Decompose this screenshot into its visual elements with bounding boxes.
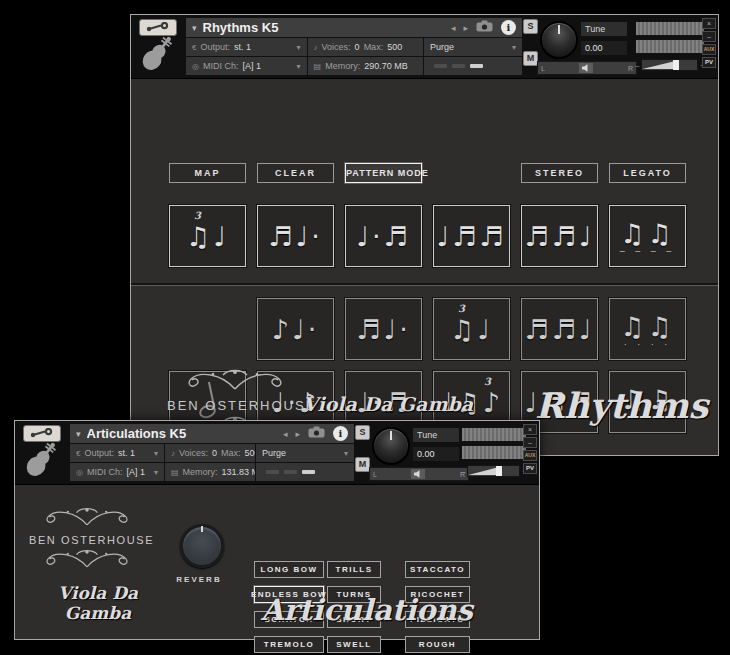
viola-da-gamba-script: Viola Da Gamba	[25, 583, 171, 623]
pattern-row-1: 3♫♩♬♩·♩·♬♩♬♬♬♬♩♫♫‒ ‒ ‒ ‒	[169, 205, 689, 267]
output-select[interactable]: €Output:st. 1▾	[186, 38, 307, 56]
chevron-down-icon[interactable]: ▾	[76, 429, 81, 439]
articulation-button-staccato[interactable]: STACCATO	[405, 561, 470, 578]
midi-channel-select[interactable]: ◎MIDI Ch:[A] 1▾	[70, 463, 164, 481]
articulation-button-tremolo[interactable]: TREMOLO	[254, 636, 324, 653]
close-button[interactable]: ×	[702, 18, 716, 29]
tune-value[interactable]: 0.00	[581, 41, 627, 55]
chevron-down-icon[interactable]: ▾	[192, 23, 197, 33]
memory-display: ▤Memory:290.70 MB	[308, 57, 423, 75]
aux-button[interactable]: AUX	[523, 450, 537, 461]
rhythm-pattern-cell[interactable]: ♬♩·	[345, 298, 422, 360]
snapshot-camera-button[interactable]	[474, 20, 495, 35]
next-instrument-arrow[interactable]: ▸	[463, 23, 468, 33]
pv-button[interactable]: PV	[702, 57, 716, 68]
rhythm-pattern-cell[interactable]: ♬♩·	[257, 205, 334, 267]
header-right-controls: S M Tune 0.00 L R –	[355, 421, 539, 484]
led	[284, 470, 297, 474]
midi-channel-select[interactable]: ◎MIDI Ch:[A] 1▾	[186, 57, 307, 75]
volume-handle[interactable]	[496, 466, 502, 476]
volume-handle[interactable]	[673, 60, 679, 70]
articulation-button-swell[interactable]: SWELL	[327, 636, 381, 653]
articulations-script-title: Articulations	[261, 593, 473, 627]
purge-leds	[424, 57, 522, 75]
articulation-button-rough[interactable]: ROUGH	[405, 636, 470, 653]
articulation-button-trills[interactable]: TRILLS	[327, 561, 381, 578]
info-button[interactable]: i	[501, 20, 516, 35]
pv-button[interactable]: PV	[523, 463, 537, 474]
desktop: ▾ Rhythms K5 ◂▸ i €Output:st. 1▾ ♪Voices…	[0, 0, 730, 655]
articulation-marks: ‒ ‒ ‒ ‒	[620, 249, 676, 253]
meter-left	[635, 21, 705, 36]
note-glyphs: ♪♩·	[272, 316, 320, 343]
pan-slider[interactable]: L R	[537, 61, 637, 75]
chevron-down-icon: ▾	[297, 43, 301, 52]
meter-right	[461, 445, 527, 460]
aux-button[interactable]: AUX	[702, 44, 716, 55]
note-glyphs: ♩·♬	[356, 223, 411, 250]
volume-slider[interactable]: – +	[635, 59, 705, 71]
tune-knob[interactable]	[372, 427, 410, 465]
rhythm-pattern-cell[interactable]: 3♫♩	[169, 205, 246, 267]
purge-menu[interactable]: Purge▾	[424, 38, 522, 56]
header-main: ▾ Articulations K5 ◂▸ i €Output:st. 1▾ ♪…	[69, 421, 355, 484]
level-meters	[461, 427, 527, 463]
speaker-icon	[411, 469, 425, 479]
pan-slider[interactable]: L R	[369, 467, 469, 481]
minimize-button[interactable]: –	[523, 437, 537, 448]
volume-wedge	[642, 61, 675, 69]
minimize-button[interactable]: –	[702, 31, 716, 42]
mute-button[interactable]: M	[355, 457, 370, 472]
solo-button[interactable]: S	[355, 425, 370, 440]
rhythm-pattern-cell[interactable]: 3♫♩	[433, 298, 510, 360]
output-select[interactable]: €Output:st. 1▾	[70, 444, 164, 462]
speaker-icon	[579, 63, 593, 73]
tuplet-number: 3	[484, 376, 491, 387]
title-bar[interactable]: ▾ Rhythms K5 ◂▸ i	[186, 18, 522, 37]
rhythm-pattern-cell[interactable]: ♩♬♬	[433, 205, 510, 267]
reverb-knob[interactable]	[180, 524, 224, 568]
rhythm-pattern-cell[interactable]: ♫♫‒ ‒ ‒ ‒	[609, 205, 686, 267]
chevron-down-icon: ▾	[512, 43, 516, 52]
meter-left	[461, 427, 527, 442]
info-button[interactable]: i	[333, 426, 348, 441]
toolbar-button-map[interactable]: MAP	[169, 163, 246, 183]
rhythm-pattern-cell[interactable]: ♬♬♩	[521, 298, 598, 360]
rhythm-pattern-cell[interactable]: ♪♩·	[257, 298, 334, 360]
voices-icon: ♪	[314, 43, 318, 52]
articulations-instrument-window: ▾ Articulations K5 ◂▸ i €Output:st. 1▾ ♪…	[14, 420, 540, 640]
articulation-button-long-bow[interactable]: LONG BOW	[254, 561, 324, 578]
rhythm-pattern-cell[interactable]: ♫♫· · · ·	[609, 298, 686, 360]
tune-knob[interactable]	[540, 21, 578, 59]
volume-slider[interactable]: – +	[461, 465, 527, 477]
title-bar[interactable]: ▾ Articulations K5 ◂▸ i	[70, 424, 354, 443]
note-glyphs: ♩♬♬	[436, 223, 506, 250]
header-row-output: €Output:st. 1▾ ♪Voices:0Max:500 Purge▾	[70, 444, 354, 462]
rhythm-pattern-cell[interactable]: ♬♬♩	[521, 205, 598, 267]
camera-icon	[476, 20, 493, 35]
purge-menu[interactable]: Purge▾	[256, 444, 354, 462]
memory-display: ▤Memory:131.83 MB	[165, 463, 255, 481]
toolbar-button-pattern-mode[interactable]: PATTERN MODE	[345, 163, 422, 183]
close-button[interactable]: ×	[523, 424, 537, 435]
rhythms-instrument-window: ▾ Rhythms K5 ◂▸ i €Output:st. 1▾ ♪Voices…	[130, 14, 719, 456]
tune-value[interactable]: 0.00	[413, 447, 459, 461]
next-instrument-arrow[interactable]: ▸	[295, 429, 300, 439]
reverb-label: REVERB	[171, 575, 227, 584]
instrument-icon-column	[131, 15, 185, 78]
rhythm-pattern-cell[interactable]: ♩·♬	[345, 205, 422, 267]
articulations-content: BEN OSTERHOUSE Viola Da Gamba REVERB LON…	[15, 485, 539, 639]
output-jack-icon: €	[76, 449, 80, 458]
instrument-title: Rhythms K5	[203, 20, 445, 35]
prev-instrument-arrow[interactable]: ◂	[283, 429, 288, 439]
header-row-output: €Output:st. 1▾ ♪Voices:0Max:500 Purge▾	[186, 38, 522, 56]
mute-button[interactable]: M	[523, 51, 538, 66]
solo-button[interactable]: S	[523, 19, 538, 34]
toolbar-button-stereo[interactable]: STEREO	[521, 163, 598, 183]
snapshot-camera-button[interactable]	[306, 426, 327, 441]
toolbar-button-legato[interactable]: LEGATO	[609, 163, 686, 183]
toolbar-button-clear[interactable]: CLEAR	[257, 163, 334, 183]
note-glyphs: ♬♬♩	[524, 316, 594, 343]
prev-instrument-arrow[interactable]: ◂	[451, 23, 456, 33]
led	[434, 64, 447, 68]
